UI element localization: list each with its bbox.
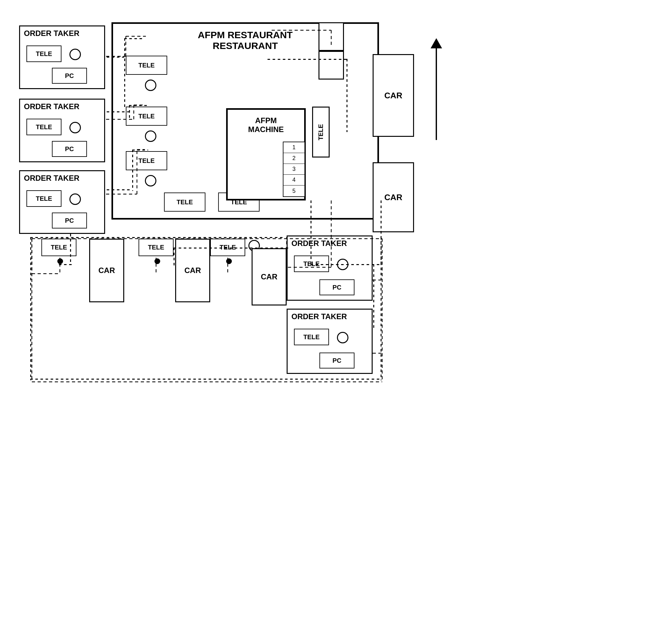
order-taker-2: ORDER TAKER TELE PC [19, 99, 105, 162]
restaurant-title-line2: RESTAURANT [198, 41, 293, 51]
dash-bottom-top [30, 237, 285, 238]
dash-ot2-v [129, 105, 130, 118]
dash-ot3-h [107, 189, 132, 190]
dash-ot3-h2 [132, 150, 148, 151]
circle-restaurant-2 [145, 130, 157, 142]
dash-ot3-down [70, 234, 71, 264]
arrow-up [430, 38, 443, 140]
tele-restaurant-1: TELE [126, 56, 167, 75]
slot-4: 4 [284, 175, 305, 185]
pc-ot2: PC [52, 141, 87, 157]
slot-2: 2 [284, 153, 305, 164]
car-top-1: CAR [373, 54, 414, 137]
pc-ot3: PC [52, 212, 87, 228]
arrow-shaft [436, 48, 437, 140]
order-taker-5-label: ORDER TAKER [291, 312, 347, 321]
tele-ot4: TELE [294, 255, 329, 272]
dash-slots-bottom-h [311, 264, 381, 265]
order-taker-4-label: ORDER TAKER [291, 239, 347, 248]
circle-ot2 [69, 122, 81, 133]
circle-ot1 [69, 49, 81, 60]
dash-ot2-h2 [129, 105, 148, 106]
dash-bottom2-ot4-v [173, 248, 174, 267]
circle-restaurant-1 [145, 80, 157, 91]
circle-ot5 [337, 332, 349, 343]
dash-ot1-v [124, 38, 125, 108]
dash-ot4-ot5-v [373, 264, 374, 328]
dash-bottom-right [381, 237, 382, 380]
tele-ot1: TELE [26, 46, 62, 62]
tele-ot3: TELE [26, 190, 62, 207]
car-bottom-1: CAR [89, 239, 124, 302]
order-taker-1: ORDER TAKER TELE PC [19, 25, 105, 89]
dash-ot1-h [107, 57, 124, 58]
afpm-machine-label1: AFPM [248, 116, 284, 125]
order-taker-3-label: ORDER TAKER [24, 174, 79, 183]
dash-restaurant-afpm-v [346, 59, 347, 132]
dash-restaurant-afpm [267, 59, 347, 60]
dash-bottom-bottom [30, 379, 381, 380]
dot-bottom-2 [154, 258, 160, 264]
dot-bottom-1 [57, 258, 63, 264]
car-bottom-3: CAR [251, 248, 287, 305]
order-taker-3: ORDER TAKER TELE PC [19, 170, 105, 234]
order-taker-4: ORDER TAKER TELE PC [287, 235, 373, 301]
building-ext-bottom [318, 51, 344, 80]
slot-5: 5 [284, 185, 305, 196]
slot-container: 1 2 3 4 5 [283, 142, 305, 197]
tele-vertical: TELE [312, 107, 330, 157]
dash-bottom-left [30, 237, 31, 380]
dash-ot3-down-h [59, 264, 72, 265]
diagram: AFPM RESTAURANT RESTAURANT TELE TELE TEL… [13, 13, 659, 617]
dash-slots-bottom [311, 200, 311, 264]
dash-bottom2-ot4 [173, 248, 288, 249]
tele-restaurant-4: TELE [164, 193, 206, 211]
order-taker-2-label: ORDER TAKER [24, 102, 79, 111]
pc-ot5: PC [319, 353, 355, 369]
dash-ot2-h [107, 111, 129, 112]
slot-3: 3 [284, 164, 305, 175]
circle-restaurant-3 [145, 175, 157, 186]
dash-ot1-h2 [124, 38, 143, 39]
tele-bottom-2: TELE [139, 239, 173, 256]
tele-restaurant-2: TELE [126, 107, 167, 126]
building-ext-top [318, 22, 344, 51]
afpm-machine-label2: MACHINE [248, 125, 284, 134]
car-top-2: CAR [373, 162, 414, 232]
restaurant-title-line1: AFPM RESTAURANT [198, 30, 293, 41]
dot-bottom-3 [226, 258, 232, 264]
tele-ot5: TELE [294, 329, 329, 345]
dash-ot3-v [132, 150, 133, 191]
order-taker-5: ORDER TAKER TELE PC [287, 309, 373, 374]
afpm-machine: AFPM MACHINE 1 2 3 4 5 [226, 108, 306, 200]
pc-ot4: PC [319, 279, 355, 295]
slot-1: 1 [284, 142, 305, 153]
circle-ot3 [69, 194, 81, 205]
pc-ot1: PC [52, 68, 87, 84]
order-taker-1-label: ORDER TAKER [24, 29, 79, 38]
tele-ot2: TELE [26, 119, 62, 135]
arrow-head-icon [431, 38, 442, 48]
tele-bottom-1: TELE [41, 239, 76, 256]
